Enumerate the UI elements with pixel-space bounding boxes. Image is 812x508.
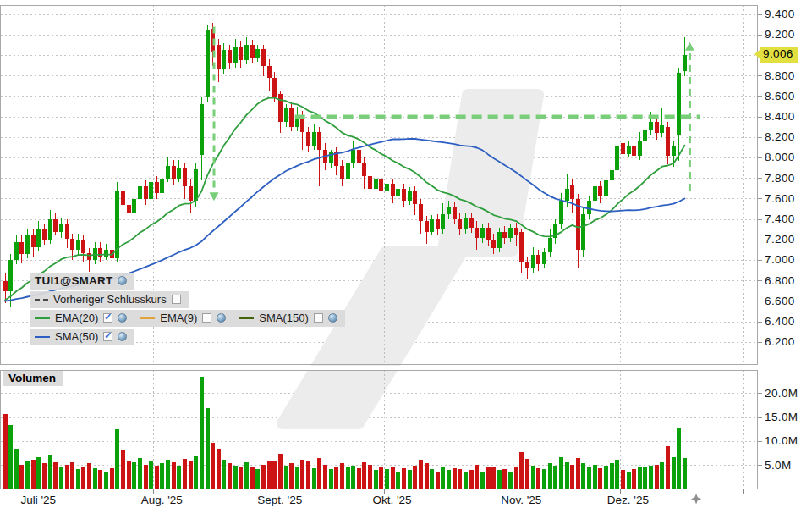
- price-axis-label: 6.400: [765, 315, 795, 328]
- sma50-swatch: [35, 336, 50, 338]
- prev-close-label: Vorheriger Schlusskurs: [53, 293, 167, 306]
- panel-borders: [1, 6, 763, 489]
- ema9-label: EMA(9): [160, 312, 197, 324]
- price-axis-label: 8.000: [765, 151, 795, 163]
- volume-axis-label: 10.0M: [765, 434, 798, 447]
- price-axis-label: 7.800: [765, 172, 795, 185]
- watermark: [0, 0, 812, 423]
- prev-close-swatch: [35, 299, 48, 301]
- price-axis-label: 8.800: [765, 69, 795, 82]
- sma50-label: SMA(50): [55, 330, 98, 343]
- globe-icon[interactable]: [118, 332, 127, 341]
- month-label: Juli '25: [20, 494, 56, 506]
- volume-axis-label: 15.0M: [765, 411, 798, 423]
- legend-title-row: TUI1@SMART: [30, 273, 134, 290]
- price-axis-label: 6.200: [765, 335, 795, 348]
- price-axis-label: 7.200: [765, 233, 795, 246]
- globe-icon[interactable]: [217, 313, 226, 323]
- sma150-checkbox[interactable]: [314, 313, 323, 323]
- legend-row-prev-close: Vorheriger Schlusskurs: [30, 291, 189, 308]
- candles: [3, 23, 687, 307]
- symbol-label: TUI1@SMART: [35, 274, 112, 287]
- sma150-label: SMA(150): [259, 312, 309, 324]
- month-label: Aug. '25: [141, 494, 183, 506]
- ema20-label: EMA(20): [55, 312, 98, 324]
- legend-row-sma50: SMA(50): [30, 329, 134, 345]
- volume-panel-title: Volumen: [3, 371, 63, 386]
- price-axis-label: 6.600: [765, 295, 795, 307]
- price-axis-label: 7.400: [765, 213, 795, 225]
- globe-icon[interactable]: [328, 313, 337, 323]
- ema9-checkbox[interactable]: [202, 313, 211, 323]
- chart-legend: TUI1@SMART Vorheriger Schlusskurs EMA(20…: [30, 273, 345, 347]
- ema9-swatch: [140, 318, 155, 319]
- globe-icon[interactable]: [118, 276, 127, 285]
- legend-row-ema: EMA(20) EMA(9) SMA(150): [30, 310, 345, 327]
- volume-axis-label: 5.0M: [765, 459, 792, 472]
- month-label: Dez. '25: [607, 494, 649, 506]
- price-axis-label: 8.200: [765, 130, 795, 143]
- sma150-swatch: [239, 318, 254, 319]
- month-label: Nov. '25: [501, 494, 541, 506]
- current-price-tag: 9.006: [760, 47, 798, 63]
- prev-close-checkbox[interactable]: [172, 295, 181, 304]
- price-axis-label: 8.600: [765, 90, 795, 102]
- time-axis-marker-icon: [691, 489, 701, 504]
- globe-icon[interactable]: [118, 313, 127, 323]
- ema20-swatch: [35, 318, 50, 319]
- price-axis-label: 8.400: [765, 110, 795, 123]
- month-label: Sept. '25: [257, 494, 302, 506]
- stock-chart-app: TUI1@SMART Vorheriger Schlusskurs EMA(20…: [0, 0, 812, 508]
- sma50-checkbox[interactable]: [103, 332, 112, 341]
- price-axis-label: 7.000: [765, 253, 795, 266]
- price-chart-canvas[interactable]: [0, 0, 812, 508]
- ema20-checkbox[interactable]: [103, 313, 112, 323]
- price-axis-label: 9.200: [765, 28, 795, 41]
- price-axis-label: 6.800: [765, 274, 795, 287]
- volume-axis-label: 20.0M: [765, 387, 798, 400]
- month-label: Okt. '25: [372, 494, 411, 506]
- price-axis-label: 7.600: [765, 192, 795, 205]
- price-axis-label: 9.400: [765, 8, 795, 20]
